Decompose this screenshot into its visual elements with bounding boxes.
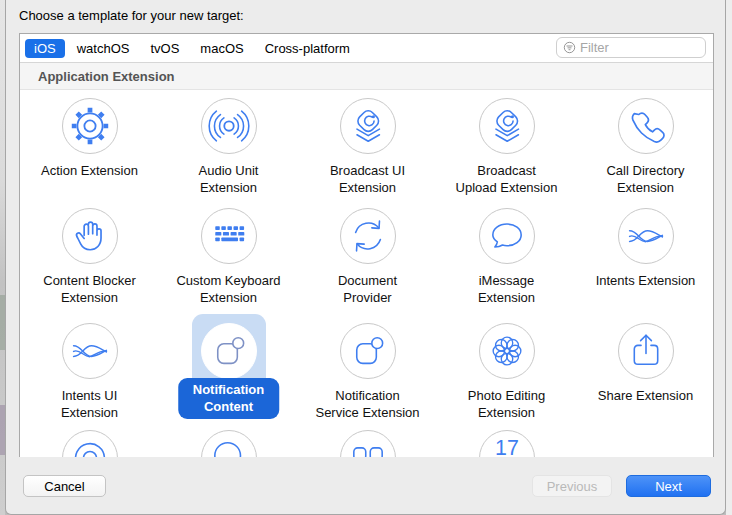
keyboard-icon [201,208,257,264]
background-window-right-edge [726,0,732,515]
section-header-label: Application Extension [38,69,175,84]
template-item-content-blocker-extension[interactable]: Content Blocker Extension [20,208,159,313]
template-item-notification-content[interactable]: Notification Content [159,323,298,428]
new-target-template-dialog: Choose a template for your new target: i… [5,0,726,515]
platform-tab-bar: iOSwatchOStvOSmacOSCross-platform [20,34,713,63]
template-chooser: iOSwatchOStvOSmacOSCross-platform Applic… [19,33,714,457]
template-item-action-extension[interactable]: Action Extension [20,98,159,203]
next-button[interactable]: Next [626,475,711,497]
template-label: Audio Unit Extension [159,163,298,196]
template-item-custom-keyboard-extension[interactable]: Custom Keyboard Extension [159,208,298,313]
app-notification-badge-icon [201,323,257,379]
template-item-broadcast-ui-extension[interactable]: Broadcast UI Extension [298,98,437,203]
template-item-partial[interactable] [298,430,437,457]
template-label: Share Extension [576,388,713,405]
template-item-audio-unit-extension[interactable]: Audio Unit Extension [159,98,298,203]
section-header: Application Extension [20,63,713,90]
dialog-footer: Cancel Previous Next [6,468,725,514]
dialog-title: Choose a template for your new target: [19,8,244,23]
tab-ios[interactable]: iOS [25,39,65,58]
template-label: Custom Keyboard Extension [159,273,298,306]
template-item-intents-ui-extension[interactable]: Intents UI Extension [20,323,159,428]
template-label: Document Provider [298,273,437,306]
speech-bubble-icon [479,208,535,264]
template-label: Broadcast Upload Extension [437,163,576,196]
template-item-broadcast-upload-extension[interactable]: Broadcast Upload Extension [437,98,576,203]
template-item-imessage-extension[interactable]: iMessage Extension [437,208,576,313]
template-label: Photo Editing Extension [437,388,576,421]
screen: Choose a template for your new target: i… [0,0,732,515]
template-item-document-provider[interactable]: Document Provider [298,208,437,313]
template-item-notification-service-extension[interactable]: Notification Service Extension [298,323,437,428]
template-label: Action Extension [20,163,159,180]
calendar-number-icon: 17 [479,430,535,457]
at-sign-icon [62,430,118,457]
template-item-partial[interactable] [159,430,298,457]
cancel-button[interactable]: Cancel [23,475,106,497]
template-label: Call Directory Extension [576,163,713,196]
template-label: Intents UI Extension [20,388,159,421]
template-label: iMessage Extension [437,273,576,306]
template-label: Intents Extension [576,273,713,290]
sync-arrows-icon [340,208,396,264]
template-item-partial[interactable]: 17 [437,430,576,457]
template-label-selected: Notification Content [178,378,280,419]
template-grid: Action ExtensionAudio Unit ExtensionBroa… [20,90,713,457]
template-label: Notification Service Extension [298,388,437,421]
template-item-partial[interactable] [20,430,159,457]
tab-tvos[interactable]: tvOS [141,39,188,58]
photos-flower-icon [479,323,535,379]
crossing-waves-icon [618,208,674,264]
phone-icon [618,98,674,154]
broadcast-layers-icon [340,98,396,154]
filter-input[interactable] [580,40,692,55]
template-item-call-directory-extension[interactable]: Call Directory Extension [576,98,713,203]
template-item-intents-extension[interactable]: Intents Extension [576,208,713,313]
template-label: Content Blocker Extension [20,273,159,306]
previous-button[interactable]: Previous [532,475,612,497]
tab-watchos[interactable]: watchOS [68,39,139,58]
tab-cross-platform[interactable]: Cross-platform [256,39,359,58]
template-label: Broadcast UI Extension [298,163,437,196]
filter-field[interactable] [556,37,706,58]
crossing-waves-icon [62,323,118,379]
filter-icon [563,41,576,54]
share-icon [618,323,674,379]
magnifier-lens-icon [201,430,257,457]
tab-macos[interactable]: macOS [191,39,252,58]
template-item-share-extension[interactable]: Share Extension [576,323,713,428]
svg-text:17: 17 [495,436,519,457]
template-item-photo-editing-extension[interactable]: Photo Editing Extension [437,323,576,428]
sticker-squares-icon [340,430,396,457]
audio-waves-icon [201,98,257,154]
app-notification-badge-icon [340,323,396,379]
broadcast-layers-icon [479,98,535,154]
hand-icon [62,208,118,264]
gear-icon [62,98,118,154]
